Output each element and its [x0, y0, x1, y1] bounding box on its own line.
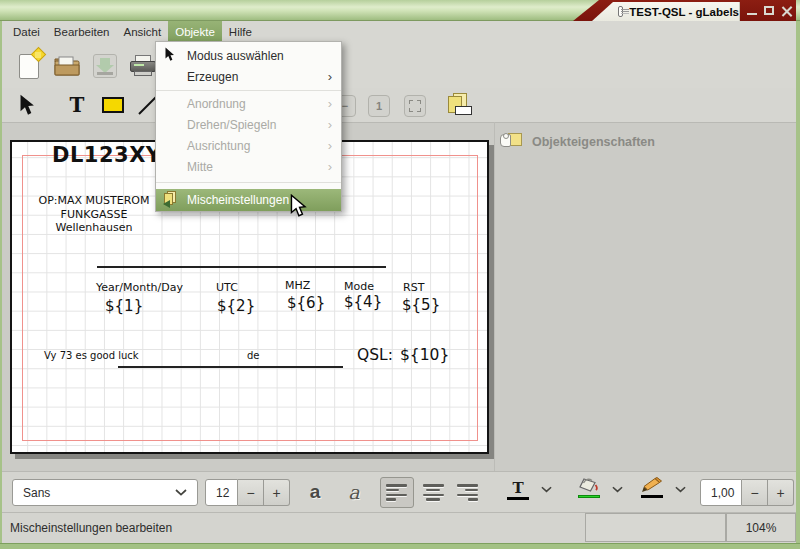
address-text-object[interactable]: OP:MAX MUSTEROM FUNKGASSE Wellenhausen: [28, 194, 160, 235]
titlebar-divider: [739, 2, 740, 21]
font-family-value: Sans: [23, 486, 50, 500]
close-button[interactable]: [779, 0, 795, 21]
new-document-button[interactable]: [14, 50, 44, 82]
line-color-swatch: [641, 495, 663, 498]
submenu-arrow-icon: ›: [328, 156, 332, 177]
select-tool-button[interactable]: [14, 92, 40, 118]
align-center-button[interactable]: [417, 477, 449, 508]
table-header-rst[interactable]: RST: [403, 281, 424, 294]
titlebar[interactable]: TEST-QSL - gLabels: [0, 0, 800, 21]
text-color-button[interactable]: T: [504, 480, 532, 500]
menu-item-label: Anordnung: [187, 97, 246, 111]
minus-icon: −: [750, 485, 758, 501]
status-message: Mischeinstellungen bearbeiten: [10, 521, 172, 535]
text-tool-icon: T: [70, 93, 85, 117]
menu-datei[interactable]: Datei: [6, 21, 47, 42]
menu-item-modus-auswaehlen[interactable]: Modus auswählen: [156, 45, 341, 66]
menu-item-erzeugen[interactable]: Erzeugen ›: [156, 66, 341, 87]
menu-ansicht[interactable]: Ansicht: [116, 21, 168, 42]
application-window: TEST-QSL - gLabels Datei Bearbeiten Ansi…: [0, 0, 800, 549]
fill-color-button[interactable]: [574, 477, 604, 498]
qsl-merge-field-10[interactable]: ${10}: [400, 346, 449, 364]
line-width-decrease-button[interactable]: −: [742, 479, 768, 506]
qsl-label-object[interactable]: QSL:: [357, 346, 393, 364]
window-border-right: [796, 21, 800, 543]
font-family-select[interactable]: Sans: [12, 479, 198, 506]
zoom-level-value: 104%: [746, 521, 777, 535]
menu-item-mischeinstellungen[interactable]: Mischeinstellungen: [156, 189, 341, 211]
table-header-utc[interactable]: UTC: [216, 281, 238, 294]
font-size-increase-button[interactable]: +: [264, 479, 290, 506]
plus-icon: +: [272, 485, 280, 501]
text-color-icon: T: [512, 480, 523, 496]
font-size-input[interactable]: 12: [205, 479, 238, 506]
close-icon: [781, 5, 793, 17]
print-button[interactable]: [128, 50, 158, 82]
merge-field-4[interactable]: ${4}: [344, 293, 382, 311]
align-center-icon: [422, 484, 444, 500]
menu-hilfe[interactable]: Hilfe: [222, 21, 259, 42]
merge-field-2[interactable]: ${2}: [217, 297, 255, 315]
merge-field-6[interactable]: ${6}: [287, 294, 325, 312]
zoom-100-button[interactable]: 1: [368, 95, 390, 117]
table-header-ymd[interactable]: Year/Month/Day: [96, 281, 183, 294]
zoom-level-indicator: 104%: [726, 513, 796, 542]
fill-color-dropdown[interactable]: [612, 486, 623, 493]
menu-bearbeiten[interactable]: Bearbeiten: [47, 21, 117, 42]
menu-item-label: Drehen/Spiegeln: [187, 118, 276, 132]
merge-settings-icon: [163, 191, 180, 208]
new-document-icon: [19, 54, 39, 79]
objekte-menu-popup: Modus auswählen Erzeugen › Anordnung › D…: [155, 41, 342, 212]
maximize-button[interactable]: [761, 0, 777, 21]
menu-separator: [156, 182, 341, 183]
address-line-2: FUNKGASSE: [28, 208, 160, 222]
open-button[interactable]: [52, 50, 82, 82]
menu-item-drehen-spiegeln: Drehen/Spiegeln ›: [156, 114, 341, 135]
merge-field-5[interactable]: ${5}: [402, 296, 440, 314]
table-top-line-object[interactable]: [97, 266, 386, 268]
plus-icon: +: [776, 485, 784, 501]
line-width-increase-button[interactable]: +: [768, 479, 794, 506]
save-icon: [93, 54, 117, 78]
table-header-mhz[interactable]: MHZ: [285, 279, 310, 292]
font-size-decrease-button[interactable]: −: [238, 479, 264, 506]
menu-item-label: Mischeinstellungen: [187, 193, 289, 207]
merge-field-1[interactable]: ${1}: [105, 297, 143, 315]
italic-icon: a: [348, 481, 359, 503]
align-right-button[interactable]: [451, 477, 483, 508]
greeting-text-object[interactable]: Vy 73 es good luck: [44, 350, 139, 361]
line-color-button[interactable]: [637, 477, 667, 498]
font-size-value: 12: [216, 486, 229, 500]
bold-button[interactable]: a: [302, 479, 328, 505]
box-tool-icon: [102, 97, 124, 113]
window-title-tab[interactable]: TEST-QSL - gLabels: [592, 2, 739, 21]
select-arrow-icon: [18, 94, 36, 117]
text-color-dropdown[interactable]: [541, 486, 552, 493]
menu-item-mitte: Mitte ›: [156, 156, 341, 177]
line-color-dropdown[interactable]: [675, 486, 686, 493]
window-title: TEST-QSL - gLabels: [629, 6, 739, 18]
maximize-icon: [764, 6, 774, 15]
align-left-button[interactable]: [380, 477, 414, 508]
zoom-fit-button[interactable]: [404, 95, 426, 117]
address-line-1: OP:MAX MUSTEROM: [28, 194, 160, 208]
footer-line-object[interactable]: [118, 366, 343, 368]
save-button[interactable]: [90, 50, 120, 82]
menu-objekte[interactable]: Objekte: [168, 21, 222, 42]
align-right-icon: [456, 484, 478, 500]
chevron-down-icon: [175, 489, 187, 496]
paint-bucket-icon: [577, 477, 601, 494]
table-header-mode[interactable]: Mode: [344, 280, 374, 293]
text-tool-button[interactable]: T: [64, 92, 90, 118]
minimize-button[interactable]: [744, 0, 760, 21]
submenu-arrow-icon: ›: [328, 114, 332, 135]
merge-properties-button[interactable]: [444, 92, 476, 120]
box-tool-button[interactable]: [99, 94, 127, 116]
line-width-input[interactable]: 1,00: [700, 479, 742, 506]
status-progress-area: [585, 513, 726, 542]
italic-button[interactable]: a: [341, 479, 367, 505]
minimize-icon: [747, 13, 757, 15]
chevron-down-icon: [612, 486, 623, 493]
de-text-object[interactable]: de: [247, 350, 260, 361]
object-properties-title: Objekteigenschaften: [532, 135, 655, 149]
